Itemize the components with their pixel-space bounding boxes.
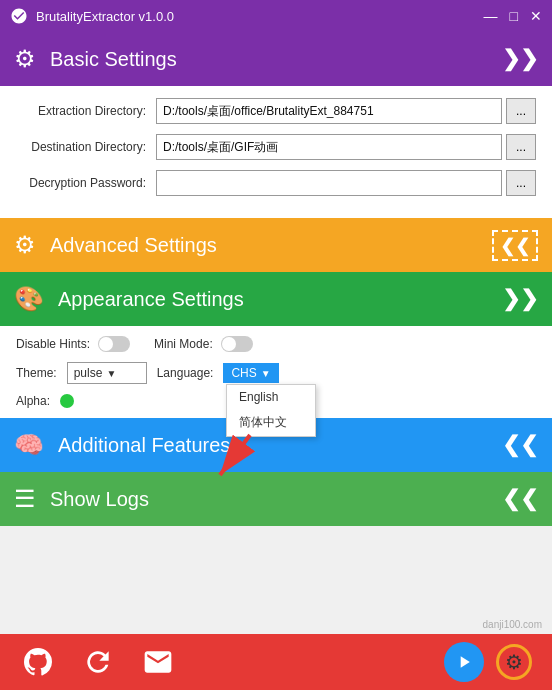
disable-hints-label: Disable Hints:	[16, 337, 90, 351]
advanced-settings-label: Advanced Settings	[50, 234, 492, 257]
window-controls: — □ ✕	[484, 9, 542, 23]
appearance-settings-content: Disable Hints: Mini Mode: Theme: pulse ▼…	[0, 326, 552, 418]
titlebar: BrutalityExtractor v1.0.0 — □ ✕	[0, 0, 552, 32]
minimize-btn[interactable]: —	[484, 9, 498, 23]
maximize-btn[interactable]: □	[510, 9, 518, 23]
basic-settings-label: Basic Settings	[50, 48, 502, 71]
github-btn[interactable]	[20, 644, 56, 680]
decryption-pw-browse[interactable]: ...	[506, 170, 536, 196]
lang-option-english[interactable]: English	[227, 385, 315, 409]
theme-label: Theme:	[16, 366, 57, 380]
basic-settings-chevron: ❯❯	[502, 46, 538, 72]
extraction-dir-input[interactable]	[156, 98, 502, 124]
watermark: danji100.com	[483, 619, 542, 630]
theme-select[interactable]: pulse ▼	[67, 362, 147, 384]
lang-dropdown-arrow: ▼	[261, 368, 271, 379]
additional-features-icon: 🧠	[14, 431, 44, 459]
play-btn[interactable]	[444, 642, 484, 682]
github-icon	[22, 646, 54, 678]
appearance-settings-chevron: ❯❯	[502, 286, 538, 312]
additional-features-chevron: ❮❮	[502, 432, 538, 458]
alpha-indicator	[60, 394, 74, 408]
theme-value: pulse	[74, 366, 103, 380]
language-dropdown-menu: English 简体中文	[226, 384, 316, 437]
appearance-settings-label: Appearance Settings	[58, 288, 502, 311]
decryption-pw-label: Decryption Password:	[16, 176, 156, 190]
basic-settings-icon: ⚙	[14, 45, 36, 73]
mini-mode-toggle[interactable]	[221, 336, 253, 352]
show-logs-header[interactable]: ☰ Show Logs ❮❮	[0, 472, 552, 526]
bottom-toolbar	[0, 634, 552, 690]
play-icon	[454, 652, 474, 672]
extraction-dir-label: Extraction Directory:	[16, 104, 156, 118]
disable-hints-toggle[interactable]	[98, 336, 130, 352]
advanced-settings-header[interactable]: ⚙ Advanced Settings ❮❮	[0, 218, 552, 272]
destination-dir-input[interactable]	[156, 134, 502, 160]
advanced-settings-icon: ⚙	[14, 231, 36, 259]
language-value: CHS	[231, 366, 256, 380]
email-icon	[142, 646, 174, 678]
advanced-settings-chevron: ❮❮	[500, 236, 530, 256]
close-btn[interactable]: ✕	[530, 9, 542, 23]
mini-mode-label: Mini Mode:	[154, 337, 213, 351]
theme-dropdown-arrow: ▼	[106, 368, 116, 379]
alpha-label: Alpha:	[16, 394, 50, 408]
refresh-btn[interactable]	[80, 644, 116, 680]
destination-dir-browse[interactable]: ...	[506, 134, 536, 160]
settings-ring-btn[interactable]	[496, 644, 532, 680]
appearance-settings-icon: 🎨	[14, 285, 44, 313]
language-select[interactable]: CHS ▼	[223, 363, 278, 383]
extraction-dir-row: Extraction Directory: ...	[16, 98, 536, 124]
decryption-pw-row: Decryption Password: ...	[16, 170, 536, 196]
extraction-dir-browse[interactable]: ...	[506, 98, 536, 124]
hints-row: Disable Hints: Mini Mode:	[16, 336, 536, 352]
show-logs-chevron: ❮❮	[502, 486, 538, 512]
decryption-pw-input[interactable]	[156, 170, 502, 196]
refresh-icon	[82, 646, 114, 678]
destination-dir-row: Destination Directory: ...	[16, 134, 536, 160]
show-logs-icon: ☰	[14, 485, 36, 513]
language-label: Language:	[157, 366, 214, 380]
lang-option-chinese[interactable]: 简体中文	[227, 409, 315, 436]
app-icon	[10, 7, 28, 25]
app-title: BrutalityExtractor v1.0.0	[36, 9, 484, 24]
theme-language-row: Theme: pulse ▼ Language: CHS ▼ English 简…	[16, 362, 536, 384]
destination-dir-label: Destination Directory:	[16, 140, 156, 154]
basic-settings-content: Extraction Directory: ... Destination Di…	[0, 86, 552, 218]
email-btn[interactable]	[140, 644, 176, 680]
show-logs-label: Show Logs	[50, 488, 502, 511]
appearance-settings-header[interactable]: 🎨 Appearance Settings ❯❯	[0, 272, 552, 326]
advanced-settings-chevron-container: ❮❮	[492, 230, 538, 261]
bottom-right-controls	[444, 642, 532, 682]
basic-settings-header[interactable]: ⚙ Basic Settings ❯❯	[0, 32, 552, 86]
